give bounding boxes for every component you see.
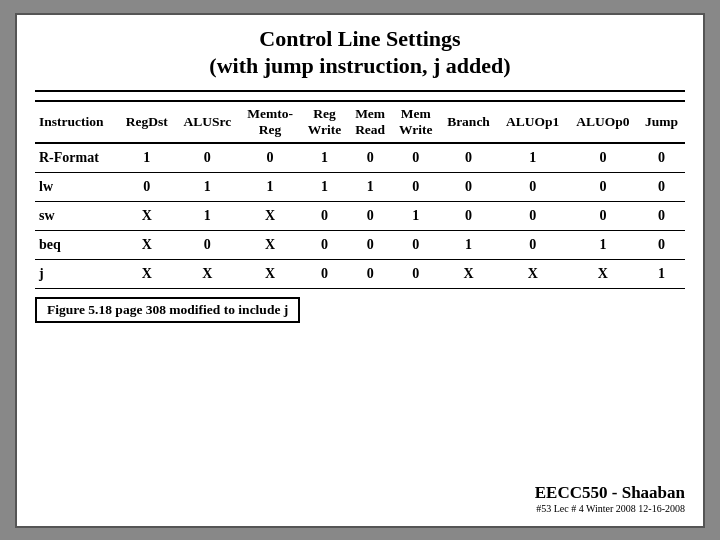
cell-r3-c6: 0 (392, 230, 440, 259)
col-header-regwrite: RegWrite (301, 101, 349, 143)
cell-r3-c0: beq (35, 230, 118, 259)
col-header-instruction: Instruction (35, 101, 118, 143)
cell-r2-c4: 0 (301, 201, 349, 230)
cell-r0-c8: 1 (498, 143, 568, 173)
cell-r4-c0: j (35, 259, 118, 288)
table-header-row: Instruction RegDst ALUSrc Memto-Reg RegW… (35, 101, 685, 143)
cell-r4-c8: X (498, 259, 568, 288)
cell-r1-c10: 0 (638, 172, 685, 201)
col-header-memtoreg: Memto-Reg (239, 101, 301, 143)
figure-caption: Figure 5.18 page 308 modified to include… (35, 297, 300, 323)
control-table: Instruction RegDst ALUSrc Memto-Reg RegW… (35, 100, 685, 289)
footer-sub-label: #53 Lec # 4 Winter 2008 12-16-2008 (535, 503, 685, 514)
cell-r2-c8: 0 (498, 201, 568, 230)
cell-r4-c2: X (175, 259, 239, 288)
cell-r2-c5: 0 (348, 201, 392, 230)
table-row: swX1X0010000 (35, 201, 685, 230)
cell-r3-c9: 1 (568, 230, 638, 259)
cell-r0-c0: R-Format (35, 143, 118, 173)
cell-r3-c3: X (239, 230, 301, 259)
col-header-jump: Jump (638, 101, 685, 143)
divider (35, 90, 685, 92)
cell-r4-c3: X (239, 259, 301, 288)
cell-r1-c0: lw (35, 172, 118, 201)
cell-r0-c3: 0 (239, 143, 301, 173)
cell-r2-c10: 0 (638, 201, 685, 230)
cell-r3-c8: 0 (498, 230, 568, 259)
col-header-aluop1: ALUOp1 (498, 101, 568, 143)
col-header-alusrc: ALUSrc (175, 101, 239, 143)
cell-r3-c4: 0 (301, 230, 349, 259)
cell-r2-c1: X (118, 201, 175, 230)
cell-r2-c9: 0 (568, 201, 638, 230)
cell-r1-c9: 0 (568, 172, 638, 201)
cell-r0-c2: 0 (175, 143, 239, 173)
footer: EECC550 - Shaaban #53 Lec # 4 Winter 200… (35, 479, 685, 514)
cell-r2-c3: X (239, 201, 301, 230)
cell-r2-c7: 0 (439, 201, 497, 230)
cell-r0-c7: 0 (439, 143, 497, 173)
cell-r2-c0: sw (35, 201, 118, 230)
cell-r4-c10: 1 (638, 259, 685, 288)
cell-r1-c8: 0 (498, 172, 568, 201)
table-row: R-Format1001000100 (35, 143, 685, 173)
cell-r3-c10: 0 (638, 230, 685, 259)
cell-r1-c6: 0 (392, 172, 440, 201)
cell-r0-c6: 0 (392, 143, 440, 173)
cell-r4-c1: X (118, 259, 175, 288)
cell-r3-c2: 0 (175, 230, 239, 259)
cell-r4-c7: X (439, 259, 497, 288)
table-body: R-Format1001000100lw0111100000swX1X00100… (35, 143, 685, 289)
cell-r0-c1: 1 (118, 143, 175, 173)
col-header-memwrite: MemWrite (392, 101, 440, 143)
cell-r2-c2: 1 (175, 201, 239, 230)
cell-r0-c10: 0 (638, 143, 685, 173)
cell-r0-c5: 0 (348, 143, 392, 173)
slide: Control Line Settings (with jump instruc… (15, 13, 705, 528)
cell-r4-c4: 0 (301, 259, 349, 288)
cell-r3-c7: 1 (439, 230, 497, 259)
cell-r0-c4: 1 (301, 143, 349, 173)
cell-r1-c4: 1 (301, 172, 349, 201)
cell-r1-c2: 1 (175, 172, 239, 201)
cell-r4-c6: 0 (392, 259, 440, 288)
cell-r0-c9: 0 (568, 143, 638, 173)
cell-r4-c9: X (568, 259, 638, 288)
footer-right: EECC550 - Shaaban #53 Lec # 4 Winter 200… (535, 483, 685, 514)
cell-r3-c5: 0 (348, 230, 392, 259)
cell-r2-c6: 1 (392, 201, 440, 230)
col-header-branch: Branch (439, 101, 497, 143)
col-header-memread: MemRead (348, 101, 392, 143)
cell-r1-c5: 1 (348, 172, 392, 201)
cell-r1-c3: 1 (239, 172, 301, 201)
slide-title: Control Line Settings (with jump instruc… (35, 25, 685, 80)
col-header-aluop0: ALUOp0 (568, 101, 638, 143)
brand-label: EECC550 - Shaaban (535, 483, 685, 503)
cell-r1-c7: 0 (439, 172, 497, 201)
table-row: jXXX000XXX1 (35, 259, 685, 288)
col-header-regdst: RegDst (118, 101, 175, 143)
table-row: lw0111100000 (35, 172, 685, 201)
cell-r4-c5: 0 (348, 259, 392, 288)
cell-r1-c1: 0 (118, 172, 175, 201)
table-row: beqX0X0001010 (35, 230, 685, 259)
cell-r3-c1: X (118, 230, 175, 259)
